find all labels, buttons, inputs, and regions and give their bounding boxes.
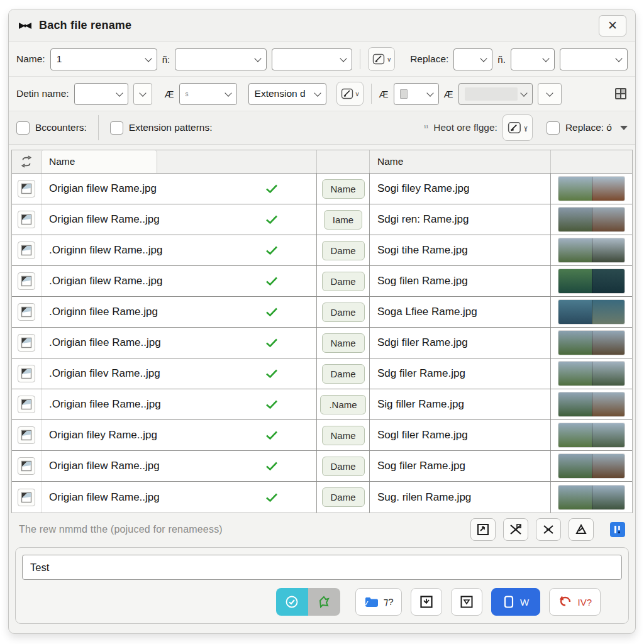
name-pattern-combobox[interactable]: 1 <box>50 48 157 70</box>
toolbar-row-name: Name: 1 ñ: v Replace: ñ. <box>9 42 635 77</box>
name-tag-button[interactable]: Dame <box>322 457 365 476</box>
swap-icon <box>509 523 523 536</box>
replace-checkbox[interactable] <box>547 121 560 135</box>
ok-button[interactable]: W <box>491 588 540 616</box>
folder-blue-icon <box>364 596 379 608</box>
divider <box>360 49 360 69</box>
replace-from-combobox[interactable] <box>453 48 492 70</box>
preview-panel: ⁊? W <box>15 547 629 624</box>
file-mini-icon <box>400 89 408 99</box>
patterns-checkbox-group[interactable]: Extension patterns: <box>110 121 213 135</box>
image-file-icon <box>18 365 35 382</box>
table-row[interactable]: Origian filew Rame..jpg Dame Sug. rilen … <box>12 482 632 513</box>
status-text: The rew nmmd tthe (pojuced for renameess… <box>19 524 223 535</box>
scope-dropdown-button[interactable] <box>538 83 562 105</box>
table-row[interactable]: .Origian filee Rame..jpg .Name Sig fille… <box>12 389 632 420</box>
caret-down-icon[interactable] <box>620 126 628 130</box>
new-name-text: Sog filen Rame.jpg <box>377 275 468 287</box>
name-tag-button[interactable]: Dame <box>322 487 365 507</box>
preview-name-input[interactable] <box>22 555 622 580</box>
new-name-text: Sig filler Rame.jpg <box>377 398 464 411</box>
name-tag-button[interactable]: Dame <box>322 364 365 384</box>
extension-patterns-checkbox[interactable] <box>110 121 123 135</box>
table-row[interactable]: Origian filew Rame..jpg Iame Sdgi ren: R… <box>12 204 632 235</box>
table-row[interactable]: .Origian filee Rame..jpg Name Sdgi filer… <box>12 328 632 358</box>
name-tag-button[interactable]: Dame <box>322 303 365 322</box>
table-row[interactable]: .Originn filew Rame..jpg Dame Sogi tihe … <box>12 235 632 266</box>
name-tag-button[interactable]: .Name <box>320 395 365 414</box>
apply-split-button[interactable] <box>276 588 340 616</box>
filter-combobox[interactable] <box>394 83 439 105</box>
name-tag-button[interactable]: Dame <box>322 272 365 291</box>
thumbnail-image <box>558 486 625 509</box>
mask-combobox[interactable] <box>175 48 267 70</box>
replace-checkbox-group[interactable]: Replace: ó <box>547 121 628 135</box>
chevron-down-icon <box>542 55 549 62</box>
image-file-icon <box>18 180 35 197</box>
flags-edit-button[interactable]: ɣ <box>502 114 533 141</box>
ok-caption: W <box>520 597 529 608</box>
save-list-icon <box>477 523 489 536</box>
column-header-new-name[interactable]: Name <box>369 150 550 173</box>
column-header-thumbnail[interactable] <box>550 150 632 173</box>
image-file-icon <box>18 396 35 413</box>
thumbnail-image <box>558 454 625 478</box>
destination-combobox[interactable] <box>74 83 128 105</box>
chevron-down-icon <box>426 89 433 96</box>
column-header-original-name[interactable]: Name <box>41 150 157 173</box>
table-row[interactable]: Origian filew Rame.jpg Name Sogi filey R… <box>12 174 632 204</box>
apply-check-segment[interactable] <box>276 588 308 616</box>
table-row[interactable]: .Origian filew Rame..jpg Dame Sog filen … <box>12 266 632 297</box>
edit-pattern-icon <box>508 121 523 135</box>
column-header-tag[interactable] <box>316 150 369 173</box>
extension-dropdown[interactable]: Extension d <box>248 83 326 105</box>
image-file-icon <box>18 303 35 321</box>
mask-combobox-2[interactable] <box>272 48 352 70</box>
scope-combobox[interactable] <box>458 83 533 105</box>
replace-to-combobox[interactable] <box>511 48 555 70</box>
destination-dropdown-button[interactable] <box>133 83 152 105</box>
scope-glyph: Æ <box>444 89 453 99</box>
edit-pattern-button[interactable]: v <box>368 47 395 71</box>
thumbnail-image <box>558 331 625 355</box>
grid-settings-icon[interactable] <box>614 87 628 101</box>
column-header-blank[interactable] <box>157 150 316 173</box>
name-tag-button[interactable]: Name <box>322 333 365 353</box>
original-name-text: Origian filew Rame..jpg <box>49 491 160 504</box>
name-tag-button[interactable]: Name <box>322 179 365 199</box>
preview-segment[interactable] <box>308 588 340 616</box>
box-arrow-button[interactable] <box>451 588 482 616</box>
table-row[interactable]: Origian filew Rame..jpg Dame Sog filer R… <box>12 451 632 482</box>
table-row[interactable]: .Originn filee Rame.jpg Dame Soga Lfiee … <box>12 297 632 328</box>
table-row[interactable]: .Origian filev Rame..jpg Dame Sdg filer … <box>12 358 632 389</box>
replace-options-combobox[interactable] <box>560 48 628 70</box>
close-button[interactable]: ✕ <box>599 15 626 36</box>
chevron-down-icon <box>520 89 527 96</box>
ok-check-icon <box>265 492 279 503</box>
chevron-down-icon <box>615 55 622 62</box>
rename-tools-button[interactable] <box>536 518 561 541</box>
export-button[interactable] <box>569 518 594 541</box>
name-tag-button[interactable]: Name <box>322 426 365 445</box>
name-tag-button[interactable]: Iame <box>324 210 362 230</box>
checked-box-button[interactable] <box>411 588 442 616</box>
original-name-text: .Origian filee Rame..jpg <box>49 398 161 411</box>
load-folder-button[interactable]: ⁊? <box>355 588 402 616</box>
original-name-text: .Originn filew Rame..jpg <box>49 244 162 257</box>
cancel-button[interactable]: IV? <box>549 588 601 616</box>
refresh-column-header[interactable] <box>12 150 41 173</box>
name-tag-button[interactable]: Dame <box>322 241 365 260</box>
table-row[interactable]: Origian filey Rame..jpg Name Sogl filer … <box>12 420 632 451</box>
rename-tools-icon <box>541 523 555 536</box>
filter-blue-icon <box>613 525 622 534</box>
swap-names-button[interactable] <box>503 518 528 541</box>
counters-checkbox-group[interactable]: Bccounters: <box>16 121 87 135</box>
counters-checkbox[interactable] <box>16 121 30 135</box>
ok-check-icon <box>265 430 279 441</box>
edit-extension-button[interactable]: v <box>336 82 364 106</box>
save-list-button[interactable] <box>470 518 496 541</box>
case-combobox[interactable]: s <box>179 83 237 105</box>
new-name-text: Sogi filey Rame.jpg <box>377 182 469 195</box>
filter-blue-button[interactable] <box>610 522 625 537</box>
preview-green-icon <box>316 594 331 609</box>
